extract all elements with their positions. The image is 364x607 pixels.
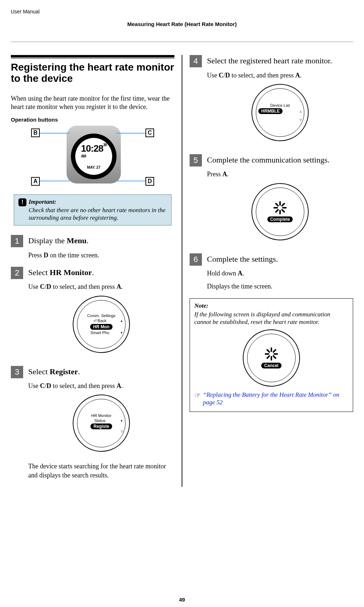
up-arrow-icon: ▲ xyxy=(120,419,123,422)
step-heading: Select HR Monitor. xyxy=(28,267,174,278)
text-bold: D xyxy=(47,283,51,290)
step-number: 4 xyxy=(190,55,202,67)
pointer-d xyxy=(116,181,145,181)
screen-header: Comm. Settings xyxy=(87,313,115,318)
watch-time-main: 10:28 xyxy=(81,143,103,154)
pointer-c xyxy=(116,133,145,134)
column-divider xyxy=(182,55,182,487)
text: Registe xyxy=(93,424,109,429)
text-bold: Menu xyxy=(67,236,86,245)
watch-ampm: AM xyxy=(81,154,86,158)
step-heading: Select Register. xyxy=(28,367,174,377)
screen-selected-item: Cancel xyxy=(261,363,281,368)
text: . xyxy=(227,170,229,178)
screen-header: HR Monitor xyxy=(91,413,111,418)
step-body: Press D on the time screen. xyxy=(28,251,174,260)
text: . xyxy=(86,236,89,245)
spinner-icon xyxy=(265,347,278,361)
step-heading: Display the Menu. xyxy=(28,236,174,246)
down-arrow-icon: ▽ xyxy=(121,430,123,433)
text: HR Mon xyxy=(93,324,109,329)
screen-selected-item: HR Mon xyxy=(90,324,112,330)
text-bold: HR Monitor xyxy=(50,268,92,277)
important-callout: ! Important: Check that there are no oth… xyxy=(14,194,172,226)
step-body: Press A. xyxy=(207,170,353,178)
text: Select xyxy=(28,367,50,376)
down-arrow-icon: ▽ xyxy=(300,118,302,122)
watch-figure: B A C D 10:2839AM MAY. 27 xyxy=(31,125,154,186)
text-bold: A xyxy=(117,382,121,389)
text-bold: C xyxy=(40,382,45,389)
text-bold: A xyxy=(238,270,242,277)
text-bold: C xyxy=(219,72,223,79)
exclamation-icon: ! xyxy=(18,198,26,206)
step-5: 5 Complete the communication settings. P… xyxy=(190,154,353,250)
button-label-c: C xyxy=(145,128,154,137)
section-title: Registering the heart rate monitor to th… xyxy=(11,62,174,84)
text: Complete xyxy=(270,217,290,222)
button-label-a: A xyxy=(31,177,40,186)
step-number: 6 xyxy=(190,253,202,266)
device-screen-figure: Complete xyxy=(251,183,309,240)
text: . xyxy=(121,283,123,290)
text: Hold down xyxy=(207,270,238,277)
screen-line: Status xyxy=(80,418,120,423)
screen-header: Device List xyxy=(270,103,290,108)
text: Use xyxy=(207,72,219,79)
section-intro: When using the heart rate monitor for th… xyxy=(11,94,174,111)
operation-buttons-label: Operation buttons xyxy=(11,117,174,123)
note-body: If the following screen is displayed and… xyxy=(194,311,348,326)
right-column: 4 Select the registered heart rate monit… xyxy=(190,55,353,487)
breadcrumb: Measuring Heart Rate (Heart Rate Monitor… xyxy=(11,20,353,27)
device-screen-figure: Comm. Settings ⏎ Back ▲ HR Mon Smart Pho… xyxy=(73,296,130,353)
step-body: Use C/D to select, and then press A. xyxy=(207,71,353,80)
step-after-text: The device starts searching for the hear… xyxy=(28,462,174,480)
watch-date: MAY. 27 xyxy=(87,165,101,169)
text: . xyxy=(300,72,302,79)
cross-reference-link[interactable]: “Replacing the Battery for the Heart Rat… xyxy=(203,391,348,406)
step-heading: Complete the settings. xyxy=(207,254,353,264)
text: to select, and then press xyxy=(51,283,117,290)
watch-body: 10:2839AM MAY. 27 xyxy=(67,126,121,184)
text: Use xyxy=(28,382,40,389)
step-2: 2 Select HR Monitor. Use C/D to select, … xyxy=(11,267,174,363)
watch-face: 10:2839AM MAY. 27 xyxy=(71,134,117,179)
screen-line: Smart Pho xyxy=(80,330,120,335)
screen-selected-item: Registe xyxy=(90,423,112,429)
step-body-2: Displays the time screen. xyxy=(207,282,353,291)
section-rule-thick xyxy=(11,55,174,58)
watch-seconds: 39 xyxy=(103,143,106,147)
step-body: Use C/D to select, and then press A. xyxy=(28,382,174,390)
text-bold: D xyxy=(225,72,230,79)
text: Display the xyxy=(28,236,67,245)
text: to select, and then press xyxy=(51,382,117,389)
cross-reference[interactable]: ☞ “Replacing the Battery for the Heart R… xyxy=(194,391,348,406)
watch-time: 10:2839AM xyxy=(81,143,107,165)
page-number: 49 xyxy=(0,597,364,603)
text-bold: A xyxy=(117,283,121,290)
text-bold: D xyxy=(47,382,51,389)
screen-selected-item: HRMBLE xyxy=(258,108,283,114)
screen-selected-item: Complete xyxy=(267,216,293,222)
step-6: 6 Complete the settings. Hold down A. Di… xyxy=(190,253,353,295)
text: to select, and then press xyxy=(230,72,295,79)
step-4: 4 Select the registered heart rate monit… xyxy=(190,55,353,151)
step-heading: Select the registered heart rate monitor… xyxy=(207,56,353,66)
text: . xyxy=(121,382,123,389)
up-arrow-icon: ▲ xyxy=(120,319,123,323)
important-body: Check that there are no other heart rate… xyxy=(29,206,167,222)
divider xyxy=(11,42,353,42)
up-arrow-icon: △ xyxy=(300,110,302,113)
section-rule-thin xyxy=(11,58,174,59)
text-bold: A xyxy=(223,170,227,178)
content-columns: Registering the heart rate monitor to th… xyxy=(11,55,353,487)
button-label-d: D xyxy=(145,177,154,186)
hand-pointer-icon: ☞ xyxy=(194,391,201,400)
device-screen-figure: HR Monitor Status ▲ Registe ▽ xyxy=(73,395,130,452)
text-bold: Register xyxy=(50,367,78,376)
text-bold: D xyxy=(44,252,48,259)
important-title: Important: xyxy=(29,198,56,206)
text: Press xyxy=(207,170,223,178)
left-column: Registering the heart rate monitor to th… xyxy=(11,55,174,487)
text: Press xyxy=(28,252,44,259)
